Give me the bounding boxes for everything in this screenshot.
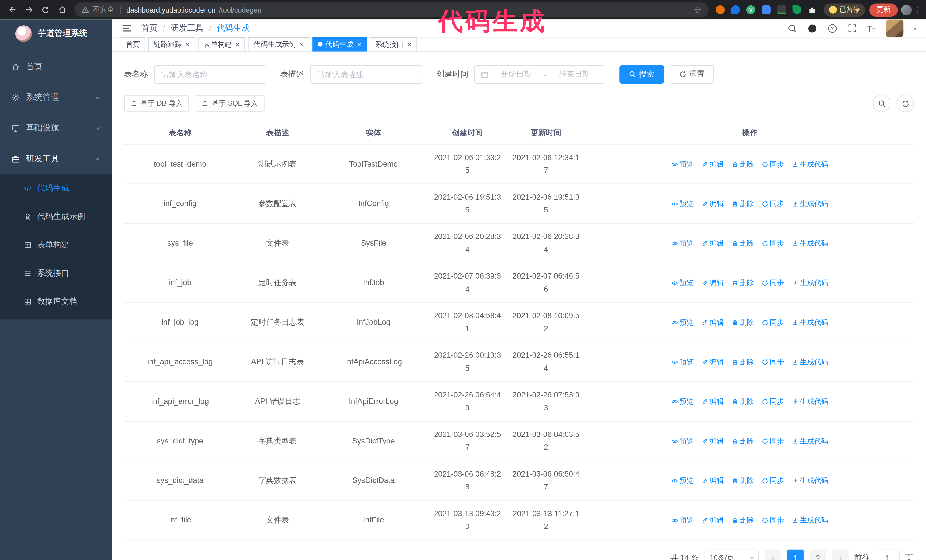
delete-link[interactable]: 删除 [731, 316, 754, 329]
delete-link[interactable]: 删除 [731, 157, 754, 171]
page-size-select[interactable]: 10条/页 [705, 550, 759, 560]
generate-code-link[interactable]: 生成代码 [791, 237, 828, 250]
people-extension-icon[interactable] [759, 3, 773, 17]
sync-link[interactable]: 同步 [762, 157, 784, 171]
preview-link[interactable]: 预览 [671, 513, 694, 527]
page-button-2[interactable]: 2 [810, 550, 826, 560]
sidebar-item-form-builder[interactable]: 表单构建 [0, 231, 112, 259]
logo[interactable]: 芋道管理系统 [0, 20, 112, 48]
goto-page-input[interactable] [876, 550, 899, 560]
hamburger-icon[interactable] [122, 23, 132, 33]
delete-link[interactable]: 删除 [731, 474, 754, 487]
sync-link[interactable]: 同步 [762, 276, 784, 290]
sync-link[interactable]: 同步 [762, 197, 784, 210]
table-desc-input[interactable] [310, 65, 422, 84]
generate-code-link[interactable]: 生成代码 [791, 395, 828, 408]
sync-link[interactable]: 同步 [762, 435, 784, 448]
close-icon[interactable] [407, 41, 412, 48]
github-icon[interactable] [807, 23, 817, 33]
close-icon[interactable] [300, 41, 304, 48]
search-button[interactable]: 搜索 [619, 65, 664, 84]
tab-form-builder[interactable]: 表单构建 [198, 37, 245, 51]
tab-home[interactable]: 首页 [121, 37, 145, 51]
preview-link[interactable]: 预览 [671, 435, 694, 448]
tab-system-api[interactable]: 系统接口 [370, 37, 417, 51]
toggle-search-icon[interactable] [873, 95, 890, 112]
import-sql-button[interactable]: 基于 SQL 导入 [195, 95, 265, 112]
preview-link[interactable]: 预览 [671, 316, 694, 329]
prev-page-button[interactable] [765, 550, 781, 560]
breadcrumb-home[interactable]: 首页 [141, 23, 157, 33]
fullscreen-icon[interactable] [847, 24, 857, 33]
edit-link[interactable]: 编辑 [701, 395, 724, 408]
edit-link[interactable]: 编辑 [701, 435, 724, 448]
edit-link[interactable]: 编辑 [701, 474, 724, 487]
refresh-icon[interactable] [896, 95, 914, 112]
generate-code-link[interactable]: 生成代码 [791, 355, 828, 368]
edit-link[interactable]: 编辑 [701, 237, 724, 250]
browser-profile-avatar[interactable] [901, 5, 912, 15]
edit-link[interactable]: 编辑 [701, 276, 724, 290]
sync-link[interactable]: 同步 [762, 395, 784, 408]
screen-extension-icon[interactable] [775, 3, 789, 17]
generate-code-link[interactable]: 生成代码 [791, 157, 828, 171]
address-bar[interactable]: 不安全 dashboard.yudao.iocoder.cn /tool/cod… [74, 2, 708, 17]
sidebar-item-codegen-example[interactable]: 代码生成示例 [0, 202, 112, 231]
import-db-button[interactable]: 基于 DB 导入 [124, 95, 189, 112]
font-size-icon[interactable]: TT [867, 24, 876, 33]
sidebar-item-system[interactable]: 系统管理 [0, 82, 112, 113]
forward-icon[interactable] [21, 2, 37, 17]
page-button-1[interactable]: 1 [787, 550, 804, 560]
reset-button[interactable]: 重置 [670, 65, 714, 84]
edit-link[interactable]: 编辑 [701, 513, 724, 527]
generate-code-link[interactable]: 生成代码 [791, 316, 828, 329]
tab-codegen-example[interactable]: 代码生成示例 [248, 37, 309, 51]
edit-link[interactable]: 编辑 [701, 157, 724, 171]
puzzle-extensions-icon[interactable] [805, 3, 819, 17]
close-icon[interactable] [235, 41, 240, 48]
sidebar-item-system-api[interactable]: 系统接口 [0, 259, 112, 287]
generate-code-link[interactable]: 生成代码 [791, 513, 828, 527]
reload-icon[interactable] [38, 2, 53, 17]
close-icon[interactable] [357, 41, 362, 48]
preview-link[interactable]: 预览 [671, 157, 694, 171]
delete-link[interactable]: 删除 [731, 395, 754, 408]
delete-link[interactable]: 删除 [731, 435, 754, 448]
tab-codegen[interactable]: 代码生成 [312, 37, 367, 51]
browser-menu-icon[interactable] [913, 5, 921, 14]
date-range-picker[interactable]: 开始日期 - 结束日期 [474, 65, 605, 84]
sync-link[interactable]: 同步 [762, 316, 784, 329]
preview-link[interactable]: 预览 [671, 474, 694, 487]
sync-link[interactable]: 同步 [762, 513, 784, 527]
sidebar-item-codegen[interactable]: 代码生成 [0, 174, 112, 202]
sidebar-item-home[interactable]: 首页 [0, 51, 112, 82]
user-avatar[interactable] [886, 20, 903, 37]
sidebar-item-infra[interactable]: 基础设施 [0, 113, 112, 143]
preview-link[interactable]: 预览 [671, 276, 694, 290]
table-name-input[interactable] [154, 65, 266, 84]
edit-link[interactable]: 编辑 [701, 316, 724, 329]
sidebar-item-devtools[interactable]: 研发工具 [0, 143, 112, 174]
browser-update-button[interactable]: 更新 [869, 3, 897, 16]
edit-link[interactable]: 编辑 [701, 355, 724, 368]
back-icon[interactable] [5, 2, 20, 17]
preview-link[interactable]: 预览 [671, 197, 694, 210]
home-icon[interactable] [54, 2, 70, 17]
generate-code-link[interactable]: 生成代码 [791, 435, 828, 448]
breadcrumb-devtools[interactable]: 研发工具 [171, 23, 204, 33]
drop-extension-icon[interactable] [729, 3, 743, 17]
sync-link[interactable]: 同步 [762, 474, 784, 487]
generate-code-link[interactable]: 生成代码 [791, 474, 828, 487]
delete-link[interactable]: 删除 [731, 355, 754, 368]
paused-badge[interactable]: 已暂停 [823, 3, 865, 16]
sidebar-item-db-doc[interactable]: 数据库文档 [0, 287, 112, 315]
delete-link[interactable]: 删除 [731, 513, 754, 527]
vue-devtools-extension-icon[interactable]: V [744, 3, 758, 17]
preview-link[interactable]: 预览 [671, 395, 694, 408]
delete-link[interactable]: 删除 [731, 197, 754, 210]
bookmark-star-icon[interactable] [694, 5, 701, 15]
tab-trace[interactable]: 链路追踪 [148, 37, 195, 51]
help-icon[interactable]: ? [827, 23, 837, 33]
close-icon[interactable] [186, 41, 190, 48]
generate-code-link[interactable]: 生成代码 [791, 197, 828, 210]
